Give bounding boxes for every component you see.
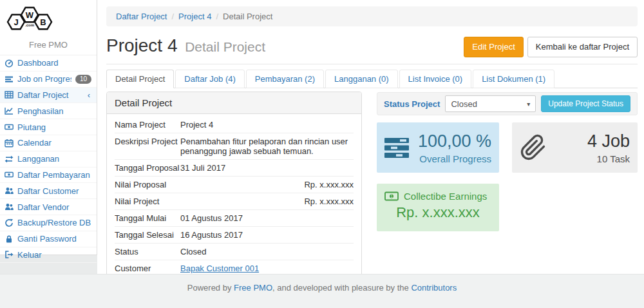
tab-list-invoice[interactable]: List Invoice (0) (399, 70, 472, 88)
overall-progress-value: 100,00 % (417, 131, 491, 151)
status-select[interactable]: Closed ▾ (445, 95, 536, 112)
contributors-link[interactable]: Contributors (411, 283, 457, 293)
sidebar-item-keluar[interactable]: Keluar (0, 247, 97, 264)
jwb-logo-icon: J W B .com (0, 5, 59, 36)
job-count-badge: 10 (75, 75, 91, 84)
overall-progress-card: 100,00 % Overall Progress (377, 122, 499, 173)
tab-daftar-job[interactable]: Daftar Job (4) (175, 70, 244, 88)
sidebar-item-label: Calendar (17, 138, 91, 148)
job-count: 4 Job (553, 131, 630, 151)
page-header: Project 4 Detail Project Edit Project Ke… (106, 32, 638, 64)
sidebar-item-label: Langganan (17, 154, 91, 164)
page-title: Project 4 (106, 35, 178, 55)
customer-link[interactable]: Bapak Customer 001 (180, 264, 259, 273)
free-pmo-link[interactable]: Free PMO (234, 283, 272, 293)
money-icon (5, 122, 14, 131)
main-content: Daftar Project / Project 4 / Detail Proj… (97, 0, 644, 274)
task-count: 10 Task (553, 153, 630, 164)
caret-down-icon: ▾ (527, 101, 530, 108)
tasks-icon (384, 137, 410, 159)
breadcrumb-current: Detail Project (223, 12, 272, 21)
collectible-earnings-card: 1 Collectibe Earnings Rp. x.xxx.xxx (377, 184, 499, 231)
breadcrumb-daftar-project[interactable]: Daftar Project (116, 12, 167, 21)
line-chart-icon (5, 106, 14, 115)
edit-project-button[interactable]: Edit Project (464, 37, 523, 57)
detail-project-panel: Detail Project Nama Project Project 4 De… (106, 91, 362, 282)
sidebar-item-daftar-vendor[interactable]: Daftar Vendor (0, 199, 97, 215)
sidebar-item-daftar-customer[interactable]: Daftar Customer (0, 183, 97, 199)
detail-row-nilai-proposal: Nilai Proposal Rp. x.xxx.xxx (115, 177, 354, 193)
overall-progress-label: Overall Progress (417, 153, 491, 164)
update-project-status-button[interactable]: Update Project Status (541, 95, 630, 112)
users-icon (5, 186, 14, 195)
detail-row-nama-project: Nama Project Project 4 (115, 117, 354, 133)
sidebar-item-label: Piutang (17, 122, 91, 132)
exchange-icon (5, 155, 14, 164)
money-icon (5, 170, 14, 179)
sidebar-item-daftar-pembayaran[interactable]: Daftar Pembayaran (0, 168, 97, 184)
breadcrumb-project-4[interactable]: Project 4 (178, 12, 211, 21)
sign-out-icon (5, 250, 14, 259)
sidebar: J W B .com Free PMO Dashboard Job on Pro… (0, 0, 97, 255)
svg-text:J: J (14, 17, 18, 27)
svg-text:1: 1 (390, 194, 393, 198)
status-select-value: Closed (451, 99, 477, 109)
tab-detail-project[interactable]: Detail Project (106, 70, 174, 88)
money-icon: 1 (384, 191, 399, 201)
tab-list-dokumen[interactable]: List Dokumen (1) (473, 70, 554, 88)
svg-text:W: W (26, 10, 34, 20)
sidebar-item-backup-restore[interactable]: Backup/Restore DB (0, 215, 97, 231)
tab-bar: Detail Project Daftar Job (4) Pembayaran… (106, 70, 638, 88)
sidebar-item-label: Ganti Password (17, 234, 91, 244)
list-icon (5, 75, 14, 84)
sidebar-item-daftar-project[interactable]: Daftar Project ‹ (0, 88, 97, 104)
chevron-left-icon: ‹ (88, 90, 91, 100)
status-project-label: Status Project (384, 99, 440, 109)
page-subtitle: Detail Project (185, 39, 265, 54)
footer-text-middle: , and developed with pleasure by the (272, 283, 411, 293)
svg-text:B: B (40, 17, 46, 27)
detail-row-tanggal-proposal: Tanggal Proposal 31 Juli 2017 (115, 160, 354, 177)
detail-row-deskripsi: Deskripsi Project Penambahan fitur pelap… (115, 133, 354, 160)
sidebar-item-penghasilan[interactable]: Penghasilan (0, 103, 97, 119)
dashboard-icon (5, 59, 14, 68)
sidebar-item-label: Daftar Pembayaran (17, 170, 91, 180)
brand-name: Free PMO (0, 40, 97, 55)
breadcrumb: Daftar Project / Project 4 / Detail Proj… (106, 6, 638, 26)
sidebar-item-label: Keluar (17, 250, 91, 260)
sidebar-item-calendar[interactable]: Calendar (0, 135, 97, 151)
detail-row-status: Status Closed (115, 244, 354, 260)
jobs-card: 4 Job 10 Task (512, 122, 638, 173)
table-icon (5, 90, 14, 99)
sidebar-item-langganan[interactable]: Langganan (0, 151, 97, 168)
footer: Powered by Free PMO, and developed with … (0, 274, 644, 308)
users-icon (5, 202, 14, 211)
sidebar-item-label: Dashboard (17, 58, 91, 68)
breadcrumb-separator: / (171, 12, 174, 21)
sidebar-item-label: Penghasilan (17, 106, 91, 116)
lock-icon (5, 235, 14, 244)
detail-row-nilai-project: Nilai Project Rp. x.xxx.xxx (115, 193, 354, 210)
paperclip-icon (520, 134, 547, 161)
tab-pembayaran[interactable]: Pembayaran (2) (246, 70, 324, 88)
detail-row-tanggal-selesai: Tanggal Selesai 16 Agustus 2017 (115, 227, 354, 244)
sidebar-item-piutang[interactable]: Piutang (0, 119, 97, 135)
status-project-bar: Status Project Closed ▾ Update Project S… (377, 92, 638, 115)
tab-langganan[interactable]: Langganan (0) (325, 70, 398, 88)
breadcrumb-separator: / (216, 12, 218, 21)
panel-title: Detail Project (107, 92, 361, 114)
sidebar-item-label: Daftar Project (17, 90, 84, 100)
app-logo: J W B .com (0, 0, 97, 40)
earnings-label: Collectibe Earnings (404, 191, 487, 202)
sidebar-menu: Dashboard Job on Progress 10 Daftar Proj… (0, 55, 97, 263)
sidebar-item-job-on-progress[interactable]: Job on Progress 10 (0, 72, 97, 88)
earnings-value: Rp. x.xxx.xxx (384, 204, 491, 221)
svg-text:.com: .com (25, 23, 34, 27)
sidebar-item-label: Daftar Vendor (17, 202, 91, 212)
sidebar-item-label: Daftar Customer (17, 186, 91, 196)
refresh-icon (5, 218, 14, 227)
sidebar-item-ganti-password[interactable]: Ganti Password (0, 231, 97, 247)
sidebar-item-label: Backup/Restore DB (17, 218, 91, 227)
back-to-list-button[interactable]: Kembali ke daftar Project (527, 37, 638, 57)
sidebar-item-dashboard[interactable]: Dashboard (0, 55, 97, 72)
